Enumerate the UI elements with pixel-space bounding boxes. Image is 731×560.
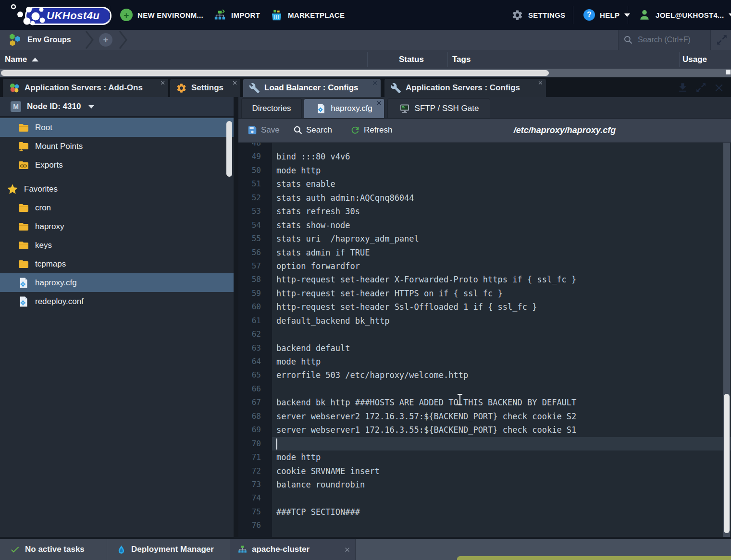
tree-item-cron[interactable]: cron [0,198,234,217]
line-number: 51 [238,177,272,191]
code-line[interactable]: 61 default_backend bk_http [238,314,731,328]
code-line[interactable]: 76 [238,519,731,532]
code-line[interactable]: 74 [238,491,731,505]
refresh-button[interactable]: Refresh [347,119,396,142]
line-text: stats enable [272,177,731,191]
tree-item-keys[interactable]: keys [0,236,234,255]
close-panel-button[interactable] [713,82,725,94]
breadcrumb: Env Groups + [0,30,731,50]
add-env-group-button[interactable]: + [99,33,112,47]
close-icon[interactable] [372,80,378,86]
tab-haproxy-cfg[interactable]: haproxy.cfg [304,98,384,118]
deployment-manager-button[interactable]: Deployment Manager [116,539,214,560]
column-status[interactable]: Status [399,50,424,69]
tree-item-haproxy-cfg[interactable]: haproxy.cfg [0,273,234,292]
expand-button[interactable] [695,82,707,94]
active-tasks-status[interactable]: No active tasks [10,539,85,560]
topbar: UKHost4u + NEW ENVIRONM... [0,0,731,30]
code-line[interactable]: 51 stats enable [238,177,731,191]
ukhost4u-logo[interactable]: UKHost4u [8,1,109,29]
close-icon[interactable] [344,546,351,553]
scrollbar-thumb[interactable] [1,70,549,76]
tree-item-haproxy[interactable]: haproxy [0,217,234,236]
code-line[interactable]: 71 mode http [238,450,731,464]
code-line[interactable]: 55 stats uri /haproxy_adm_panel [238,232,731,245]
search-input[interactable] [637,35,706,45]
expand-icon[interactable] [716,34,728,46]
tab-application-servers-add-ons[interactable]: Application Servers : Add-Ons [3,79,168,97]
panel-divider[interactable] [234,97,238,537]
tab-application-servers-configs[interactable]: Application Servers : Configs [384,79,546,97]
close-icon[interactable] [375,99,383,107]
code-line[interactable]: 70 [238,437,731,450]
tree-item-mount-points[interactable]: Mount Points [0,137,234,156]
horizontal-scrollbar[interactable] [0,69,731,77]
folder-icon [18,122,29,134]
marketplace-button[interactable]: MARKETPLACE [267,0,347,30]
tab-settings[interactable]: Settings [170,79,240,97]
code-line[interactable]: 62 [238,328,731,341]
settings-button[interactable]: SETTINGS [508,0,568,30]
node-selector[interactable]: M Node ID: 4310 [0,97,234,117]
import-icon [213,9,226,22]
tree-item-icon [17,239,30,252]
save-button[interactable]: Save [244,119,283,142]
code-line[interactable]: 66 [238,382,731,396]
code-line[interactable]: 54 stats show-node [238,219,731,232]
download-button[interactable] [677,82,689,94]
folder-icon [18,202,29,214]
droplet-icon [116,545,126,555]
search-button[interactable]: Search [290,119,335,142]
import-button[interactable]: IMPORT [211,0,263,30]
code-line[interactable]: 57 option forwardfor [238,259,731,273]
column-name[interactable]: Name [5,50,38,69]
editor-scrollbar-thumb[interactable] [724,394,730,533]
column-usage[interactable]: Usage [682,50,707,69]
code-line[interactable]: 48 [238,143,731,150]
code-line[interactable]: 69 server webserver1 172.16.3.55:${BACKE… [238,423,731,437]
help-button[interactable]: ? HELP [581,0,633,30]
tree-item-favorites[interactable]: Favorites [0,180,234,198]
code-line[interactable]: 58 http-request set-header X-Forwarded-P… [238,273,731,286]
code-line[interactable]: 50 mode http [238,164,731,177]
close-icon[interactable] [160,80,166,86]
tree-item-exports[interactable]: Exports [0,156,234,174]
code-line[interactable]: 72 cookie SRVNAME insert [238,464,731,478]
code-line[interactable]: 65 errorfile 503 /etc/haproxy/welcome.ht… [238,368,731,382]
code-line[interactable]: 68 server webserver2 172.16.3.57:${BACKE… [238,410,731,423]
tab-load-balancer-configs[interactable]: Load Balancer : Configs [243,79,381,97]
tree-item-redeploy-conf[interactable]: redeploy.conf [0,292,234,311]
gear-icon [511,9,523,21]
close-icon[interactable] [537,80,544,86]
column-tags[interactable]: Tags [452,50,471,69]
code-line[interactable]: 75 ###TCP SECTION### [238,505,731,519]
code-editor[interactable]: 48 49 bind :::80 v4v6 50 mode http 51 st… [238,143,731,537]
tree-item-root[interactable]: Root [0,118,234,137]
close-icon[interactable] [232,80,238,86]
tab-sftp-ssh-gate[interactable]: SFTP / SSH Gate [387,98,490,118]
download-icon [677,82,689,94]
code-line[interactable]: 56 stats admin if TRUE [238,246,731,259]
folder-link-icon [18,159,29,171]
code-line[interactable]: 52 stats auth admin:AQCqnq86044 [238,191,731,205]
search-icon [293,125,303,135]
user-menu-button[interactable]: JOEL@UKHOST4... [635,0,731,30]
code-line[interactable]: 64 mode http [238,355,731,368]
code-line[interactable]: 60 http-request set-header Ssl-Offloaded… [238,300,731,314]
code-line[interactable]: 59 http-request set-header HTTPS on if {… [238,287,731,300]
tree-item-tcpmaps[interactable]: tcpmaps [0,255,234,273]
line-number: 76 [238,519,272,532]
code-line[interactable]: 53 stats refresh 30s [238,205,731,218]
code-line[interactable]: 49 bind :::80 v4v6 [238,150,731,163]
tree-scrollbar-thumb[interactable] [226,121,232,177]
code-line[interactable]: 63 backend default [238,341,731,355]
environment-tab-apache-cluster[interactable]: apache-cluster [230,539,356,560]
code-line[interactable]: 67 backend bk_http ###HOSTS ARE ADDED TO… [238,396,731,409]
line-number: 48 [238,143,272,150]
new-environment-button[interactable]: + NEW ENVIRONM... [117,0,206,30]
tab-directories[interactable]: Directories [241,98,302,118]
env-groups-button[interactable]: Env Groups [5,30,74,50]
main-area: M Node ID: 4310 Root Mount Points Export… [0,97,731,537]
main-tabbar: Application Servers : Add-Ons Settings L… [0,77,731,97]
code-line[interactable]: 73 balance roundrobin [238,478,731,491]
